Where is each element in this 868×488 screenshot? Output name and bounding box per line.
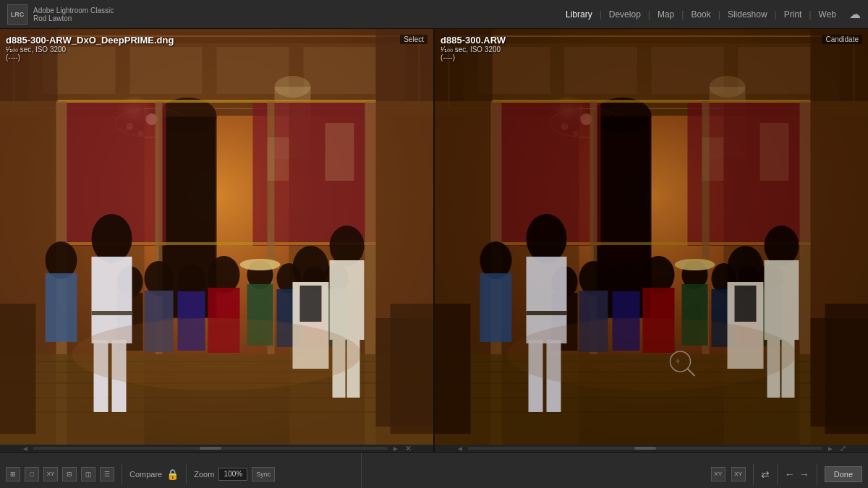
nav-print[interactable]: Print bbox=[778, 7, 808, 22]
xy-left-btn[interactable]: XY bbox=[711, 467, 726, 481]
left-scroll-strip: ◄ ► ✕ bbox=[0, 445, 433, 452]
toolbar-sep-4 bbox=[777, 463, 778, 485]
nav-sep-5: | bbox=[775, 9, 777, 20]
svg-rect-60 bbox=[300, 286, 322, 322]
people-view-btn[interactable]: ◫ bbox=[81, 467, 95, 481]
toolbar-sep-5 bbox=[817, 463, 817, 485]
nav-map[interactable]: Map bbox=[652, 7, 680, 22]
left-extra: (----) bbox=[6, 53, 174, 61]
bottom-left-tools: ⊞ □ XY ⊟ ◫ ☰ Compare 🔒 Zoom Sync bbox=[0, 453, 362, 488]
svg-point-136 bbox=[765, 226, 799, 266]
done-button[interactable]: Done bbox=[825, 466, 862, 482]
main-content: d885-300-ARW_DxO_DeepPRIME.dng ¹⁄₁₀₀ sec… bbox=[0, 29, 868, 445]
right-filename: d885-300.ARW bbox=[441, 35, 506, 46]
svg-point-72 bbox=[72, 318, 362, 390]
svg-point-96 bbox=[710, 76, 746, 98]
toolbar-sep-1 bbox=[122, 463, 122, 485]
nav-menu: Library | Develop | Map | Book | Slidesh… bbox=[560, 7, 861, 22]
left-scroll-thumb[interactable] bbox=[200, 447, 221, 450]
cloud-icon[interactable]: ☁ bbox=[849, 7, 861, 21]
right-image-panel: + d885-300.ARW ¹⁄₁₀₀ sec, ISO 3200 (----… bbox=[433, 29, 868, 445]
app-title-block: Adobe Lightroom Classic Rod Lawton bbox=[33, 7, 114, 22]
left-filename: d885-300-ARW_DxO_DeepPRIME.dng bbox=[6, 35, 174, 46]
right-scroll-strip: ◄ ► ⤢ bbox=[433, 445, 868, 452]
svg-rect-7 bbox=[304, 47, 376, 94]
survey-view-btn[interactable]: ⊟ bbox=[62, 467, 77, 481]
nav-sep-4: | bbox=[718, 9, 720, 20]
zoom-label: Zoom bbox=[194, 470, 214, 479]
svg-rect-146 bbox=[480, 273, 512, 342]
svg-point-61 bbox=[330, 226, 365, 266]
svg-rect-151 bbox=[760, 123, 789, 181]
grid-view-btn[interactable]: ⊞ bbox=[6, 467, 20, 481]
nav-book[interactable]: Book bbox=[685, 7, 716, 22]
svg-rect-26 bbox=[58, 100, 376, 103]
compare-label: Compare bbox=[129, 470, 162, 479]
app-name: Adobe Lightroom Classic bbox=[33, 7, 114, 14]
loupe-view-btn[interactable]: □ bbox=[25, 467, 39, 481]
right-scroll-thumb[interactable] bbox=[634, 447, 656, 450]
left-shutter: ¹⁄₁₀₀ sec, ISO 3200 bbox=[6, 46, 174, 53]
nav-sep-2: | bbox=[648, 9, 650, 20]
svg-rect-101 bbox=[493, 100, 811, 103]
nav-sep-1: | bbox=[600, 9, 602, 20]
svg-point-118 bbox=[579, 261, 608, 296]
right-panel-info: d885-300.ARW ¹⁄₁₀₀ sec, ISO 3200 (----) bbox=[441, 35, 506, 61]
nav-library[interactable]: Library bbox=[560, 7, 598, 22]
xy-right-btn[interactable]: XY bbox=[731, 467, 746, 481]
top-navigation-bar: LRC Adobe Lightroom Classic Rod Lawton L… bbox=[0, 0, 868, 29]
svg-rect-40 bbox=[376, 318, 434, 427]
nav-web[interactable]: Web bbox=[813, 7, 842, 22]
left-panel-close[interactable]: ✕ bbox=[405, 444, 412, 453]
right-scroll-right-arrow[interactable]: ► bbox=[827, 445, 834, 453]
forward-btn[interactable]: → bbox=[799, 468, 809, 480]
svg-rect-38 bbox=[0, 304, 36, 434]
lock-icon[interactable]: 🔒 bbox=[166, 468, 179, 480]
toolbar-sep-3 bbox=[753, 463, 754, 485]
sync-btn[interactable]: Sync bbox=[252, 467, 275, 481]
nav-develop[interactable]: Develop bbox=[603, 7, 647, 22]
app-logo: LRC bbox=[7, 4, 27, 25]
bottom-right-tools: XY XY ⇄ ← → Done bbox=[362, 453, 868, 488]
svg-point-50 bbox=[240, 259, 281, 270]
svg-rect-80 bbox=[565, 47, 637, 94]
right-panel-expand[interactable]: ⤢ bbox=[840, 444, 846, 453]
scroll-row: ◄ ► ✕ ◄ ► ⤢ bbox=[0, 445, 868, 452]
right-extra: (----) bbox=[441, 53, 506, 61]
svg-point-140 bbox=[527, 214, 567, 263]
svg-point-43 bbox=[145, 261, 174, 296]
left-panel-info: d885-300-ARW_DxO_DeepPRIME.dng ¹⁄₁₀₀ sec… bbox=[6, 35, 174, 61]
app-user: Rod Lawton bbox=[33, 14, 114, 22]
stacking-btn[interactable]: ☰ bbox=[100, 467, 114, 481]
left-scroll-right-arrow[interactable]: ► bbox=[392, 445, 399, 453]
right-scroll-left-arrow[interactable]: ◄ bbox=[456, 445, 464, 453]
left-scroll-track[interactable] bbox=[33, 447, 388, 450]
nav-slideshow[interactable]: Slideshow bbox=[722, 7, 773, 22]
svg-rect-137 bbox=[765, 260, 799, 340]
right-scroll-track[interactable] bbox=[468, 447, 822, 450]
right-room-image: + bbox=[435, 29, 868, 445]
toolbar-sep-2 bbox=[186, 463, 187, 485]
left-scroll-left-arrow[interactable]: ◄ bbox=[22, 445, 29, 453]
swap-btn[interactable]: ⇄ bbox=[761, 468, 770, 480]
xy-view-btn[interactable]: XY bbox=[43, 467, 58, 481]
svg-rect-135 bbox=[735, 286, 757, 322]
zoom-value-input[interactable] bbox=[218, 468, 247, 481]
left-room-image bbox=[0, 29, 433, 445]
left-select-badge: Select bbox=[400, 35, 427, 44]
left-image-panel: d885-300-ARW_DxO_DeepPRIME.dng ¹⁄₁₀₀ sec… bbox=[0, 29, 433, 445]
back-btn[interactable]: ← bbox=[785, 468, 795, 480]
svg-rect-152 bbox=[702, 137, 724, 181]
nav-sep-6: | bbox=[809, 9, 811, 20]
svg-point-21 bbox=[275, 76, 311, 98]
svg-rect-74 bbox=[268, 137, 289, 181]
svg-point-125 bbox=[675, 259, 715, 270]
svg-rect-71 bbox=[46, 273, 77, 342]
svg-rect-82 bbox=[739, 47, 811, 94]
svg-rect-69 bbox=[92, 311, 132, 315]
svg-rect-115 bbox=[811, 318, 869, 427]
svg-rect-113 bbox=[435, 304, 471, 434]
svg-rect-62 bbox=[330, 260, 365, 340]
svg-rect-144 bbox=[527, 311, 567, 315]
right-shutter: ¹⁄₁₀₀ sec, ISO 3200 bbox=[441, 46, 506, 53]
